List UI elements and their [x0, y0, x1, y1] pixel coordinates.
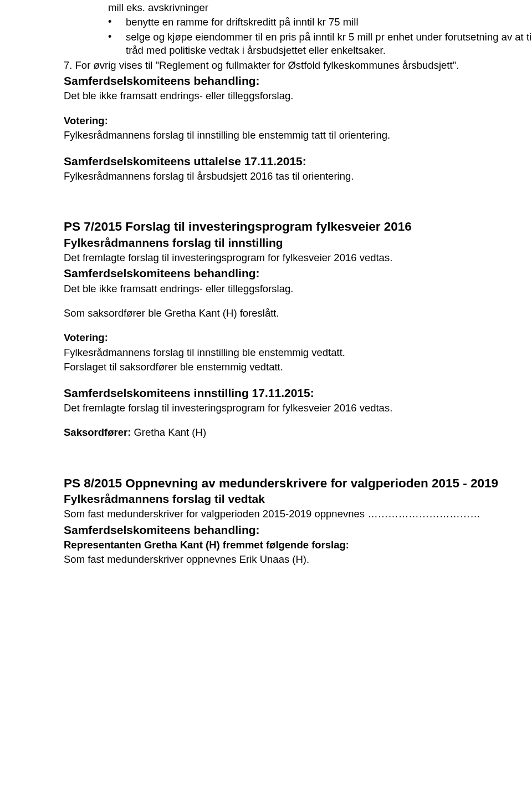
innstilling2-heading: Samferdselskomiteens innstilling 17.11.2…: [64, 385, 532, 400]
bullet-item: • selge og kjøpe eiendommer til en pris …: [108, 30, 532, 58]
line-text: mill eks. avskrivninger: [108, 1, 532, 14]
votering-text-2: Forslaget til saksordfører ble enstemmig…: [64, 360, 532, 374]
votering-label: Votering:: [64, 331, 532, 344]
uttalelse-heading: Samferdselskomiteens uttalelse 17.11.201…: [64, 154, 532, 169]
uttalelse-block: Samferdselskomiteens uttalelse 17.11.201…: [64, 154, 532, 184]
indented-list-block: mill eks. avskrivninger • benytte en ram…: [64, 1, 532, 58]
saksordforer-label: Saksordfører:: [64, 426, 131, 438]
section-title: PS 7/2015 Forslag til investeringsprogra…: [64, 218, 532, 235]
votering-text: Fylkesrådmannens forslag til innstilling…: [64, 129, 532, 142]
behandling-text: Det ble ikke framsatt endrings- eller ti…: [64, 282, 532, 296]
saksordforer-text: Som saksordfører ble Gretha Kant (H) for…: [64, 307, 532, 320]
bullet-text: selge og kjøpe eiendommer til en pris på…: [126, 30, 532, 58]
numbered-point-7: 7. For øvrig vises til "Reglement og ful…: [64, 59, 532, 72]
behandling-heading: Samferdselskomiteens behandling:: [64, 522, 532, 537]
representant-text: Som fast medunderskriver oppnevnes Erik …: [64, 553, 532, 566]
votering-label: Votering:: [64, 114, 532, 128]
section-ps7: PS 7/2015 Forslag til investeringsprogra…: [64, 218, 532, 439]
saksordforer-name: Gretha Kant (H): [131, 426, 206, 438]
votering-text-1: Fylkesrådmannens forslag til innstilling…: [64, 346, 532, 359]
innstilling-text: Det fremlagte forslag til investeringspr…: [64, 251, 532, 264]
vedtak-heading: Fylkesrådmannens forslag til vedtak: [64, 491, 532, 506]
innstilling-heading: Fylkesrådmannens forslag til innstilling: [64, 235, 532, 250]
bullet-icon: •: [108, 16, 114, 29]
bullet-text: benytte en ramme for driftskreditt på in…: [126, 16, 532, 29]
votering-block: Votering: Fylkesrådmannens forslag til i…: [64, 331, 532, 374]
uttalelse-text: Fylkesrådmannens forslag til årsbudsjett…: [64, 170, 532, 183]
innstilling2-text: Det fremlagte forslag til investeringspr…: [64, 401, 532, 415]
vedtak-text: Som fast medunderskriver for valgperiode…: [64, 507, 532, 521]
saksordforer-line: Saksordfører: Gretha Kant (H): [64, 426, 532, 439]
bullet-icon: •: [108, 30, 114, 44]
innstilling2-block: Samferdselskomiteens innstilling 17.11.2…: [64, 385, 532, 415]
behandling-text: Det ble ikke framsatt endrings- eller ti…: [64, 89, 532, 103]
section-title: PS 8/2015 Oppnevning av medunderskrivere…: [64, 475, 532, 491]
votering-block: Votering: Fylkesrådmannens forslag til i…: [64, 114, 532, 143]
behandling-heading: Samferdselskomiteens behandling:: [64, 266, 532, 281]
representant-line: Representanten Gretha Kant (H) fremmet f…: [64, 538, 532, 552]
section-ps8: PS 8/2015 Oppnevning av medunderskrivere…: [64, 475, 532, 567]
bullet-item: • benytte en ramme for driftskreditt på …: [108, 16, 532, 29]
behandling-heading: Samferdselskomiteens behandling:: [64, 73, 532, 88]
